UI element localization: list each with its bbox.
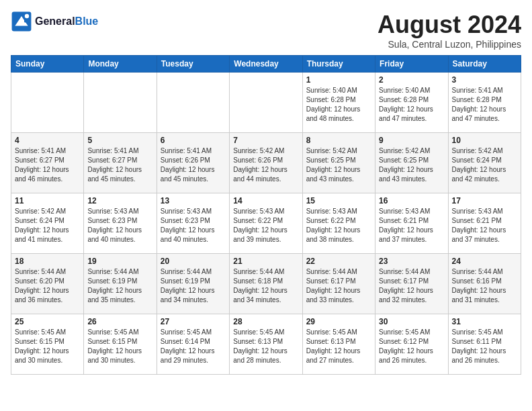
day-info: Sunrise: 5:45 AM Sunset: 6:13 PM Dayligh…	[306, 328, 371, 365]
day-info: Sunrise: 5:43 AM Sunset: 6:21 PM Dayligh…	[379, 207, 444, 244]
weekday-header-saturday: Saturday	[448, 56, 521, 73]
day-number: 1	[306, 75, 371, 85]
day-info: Sunrise: 5:42 AM Sunset: 6:25 PM Dayligh…	[379, 146, 444, 184]
calendar-cell: 13Sunrise: 5:43 AM Sunset: 6:23 PM Dayli…	[157, 193, 229, 254]
calendar-cell: 15Sunrise: 5:43 AM Sunset: 6:22 PM Dayli…	[302, 193, 375, 254]
day-number: 16	[379, 196, 444, 205]
day-info: Sunrise: 5:45 AM Sunset: 6:15 PM Dayligh…	[87, 328, 152, 365]
day-info: Sunrise: 5:45 AM Sunset: 6:12 PM Dayligh…	[379, 328, 444, 365]
weekday-header-monday: Monday	[84, 56, 157, 73]
day-number: 13	[161, 196, 226, 205]
weekday-header-friday: Friday	[375, 56, 448, 73]
day-number: 29	[306, 317, 371, 326]
day-number: 18	[15, 257, 80, 266]
calendar-cell: 9Sunrise: 5:42 AM Sunset: 6:25 PM Daylig…	[375, 133, 448, 193]
day-info: Sunrise: 5:44 AM Sunset: 6:19 PM Dayligh…	[87, 267, 152, 305]
calendar-cell: 12Sunrise: 5:43 AM Sunset: 6:23 PM Dayli…	[84, 193, 157, 254]
weekday-header-thursday: Thursday	[302, 56, 375, 73]
day-info: Sunrise: 5:41 AM Sunset: 6:26 PM Dayligh…	[161, 146, 226, 184]
day-info: Sunrise: 5:44 AM Sunset: 6:17 PM Dayligh…	[379, 267, 444, 305]
day-info: Sunrise: 5:42 AM Sunset: 6:24 PM Dayligh…	[15, 207, 80, 244]
calendar-cell	[230, 73, 302, 133]
calendar-cell: 14Sunrise: 5:43 AM Sunset: 6:22 PM Dayli…	[230, 193, 302, 254]
day-number: 11	[15, 196, 80, 205]
day-number: 27	[161, 317, 226, 326]
weekday-header-tuesday: Tuesday	[157, 56, 229, 73]
month-title: August 2024	[378, 11, 521, 39]
day-info: Sunrise: 5:41 AM Sunset: 6:27 PM Dayligh…	[87, 146, 152, 184]
day-number: 30	[379, 317, 444, 326]
calendar-cell: 10Sunrise: 5:42 AM Sunset: 6:24 PM Dayli…	[448, 133, 521, 193]
day-number: 14	[233, 196, 298, 205]
calendar-cell: 8Sunrise: 5:42 AM Sunset: 6:25 PM Daylig…	[302, 133, 375, 193]
day-number: 4	[15, 136, 80, 145]
day-number: 3	[452, 75, 517, 85]
day-number: 21	[233, 257, 298, 266]
day-info: Sunrise: 5:44 AM Sunset: 6:19 PM Dayligh…	[161, 267, 226, 305]
logo-text: GeneralBlue	[35, 15, 98, 28]
day-info: Sunrise: 5:43 AM Sunset: 6:22 PM Dayligh…	[306, 207, 371, 244]
day-info: Sunrise: 5:43 AM Sunset: 6:22 PM Dayligh…	[233, 207, 298, 244]
day-info: Sunrise: 5:44 AM Sunset: 6:18 PM Dayligh…	[233, 267, 298, 305]
calendar-cell: 19Sunrise: 5:44 AM Sunset: 6:19 PM Dayli…	[84, 254, 157, 314]
day-info: Sunrise: 5:45 AM Sunset: 6:15 PM Dayligh…	[15, 328, 80, 365]
day-info: Sunrise: 5:41 AM Sunset: 6:27 PM Dayligh…	[15, 146, 80, 184]
day-info: Sunrise: 5:44 AM Sunset: 6:20 PM Dayligh…	[15, 267, 80, 305]
calendar-cell: 23Sunrise: 5:44 AM Sunset: 6:17 PM Dayli…	[375, 254, 448, 314]
day-info: Sunrise: 5:40 AM Sunset: 6:28 PM Dayligh…	[379, 86, 444, 124]
day-number: 5	[87, 136, 152, 145]
day-number: 28	[233, 317, 298, 326]
calendar-cell: 1Sunrise: 5:40 AM Sunset: 6:28 PM Daylig…	[302, 73, 375, 133]
day-number: 19	[87, 257, 152, 266]
calendar-cell: 30Sunrise: 5:45 AM Sunset: 6:12 PM Dayli…	[375, 314, 448, 375]
calendar-cell: 2Sunrise: 5:40 AM Sunset: 6:28 PM Daylig…	[375, 73, 448, 133]
calendar-cell: 4Sunrise: 5:41 AM Sunset: 6:27 PM Daylig…	[11, 133, 84, 193]
calendar-cell: 5Sunrise: 5:41 AM Sunset: 6:27 PM Daylig…	[84, 133, 157, 193]
day-number: 25	[15, 317, 80, 326]
calendar-cell	[11, 73, 84, 133]
day-info: Sunrise: 5:43 AM Sunset: 6:21 PM Dayligh…	[452, 207, 517, 244]
page-header: GeneralBlue August 2024 Sula, Central Lu…	[11, 11, 521, 50]
calendar-cell: 27Sunrise: 5:45 AM Sunset: 6:14 PM Dayli…	[157, 314, 229, 375]
weekday-header-wednesday: Wednesday	[230, 56, 302, 73]
day-number: 12	[87, 196, 152, 205]
day-info: Sunrise: 5:41 AM Sunset: 6:28 PM Dayligh…	[452, 86, 517, 124]
calendar-cell: 6Sunrise: 5:41 AM Sunset: 6:26 PM Daylig…	[157, 133, 229, 193]
day-number: 15	[306, 196, 371, 205]
day-info: Sunrise: 5:44 AM Sunset: 6:16 PM Dayligh…	[452, 267, 517, 305]
day-number: 7	[233, 136, 298, 145]
weekday-header-sunday: Sunday	[11, 56, 84, 73]
day-number: 6	[161, 136, 226, 145]
svg-point-3	[25, 14, 29, 18]
day-info: Sunrise: 5:43 AM Sunset: 6:23 PM Dayligh…	[161, 207, 226, 244]
day-info: Sunrise: 5:43 AM Sunset: 6:23 PM Dayligh…	[87, 207, 152, 244]
calendar-cell: 24Sunrise: 5:44 AM Sunset: 6:16 PM Dayli…	[448, 254, 521, 314]
calendar-table: SundayMondayTuesdayWednesdayThursdayFrid…	[11, 55, 521, 375]
day-number: 10	[452, 136, 517, 145]
day-number: 9	[379, 136, 444, 145]
calendar-cell: 26Sunrise: 5:45 AM Sunset: 6:15 PM Dayli…	[84, 314, 157, 375]
day-number: 31	[452, 317, 517, 326]
calendar-cell: 25Sunrise: 5:45 AM Sunset: 6:15 PM Dayli…	[11, 314, 84, 375]
calendar-cell: 29Sunrise: 5:45 AM Sunset: 6:13 PM Dayli…	[302, 314, 375, 375]
calendar-cell: 17Sunrise: 5:43 AM Sunset: 6:21 PM Dayli…	[448, 193, 521, 254]
calendar-cell: 20Sunrise: 5:44 AM Sunset: 6:19 PM Dayli…	[157, 254, 229, 314]
calendar-cell: 31Sunrise: 5:45 AM Sunset: 6:11 PM Dayli…	[448, 314, 521, 375]
day-number: 22	[306, 257, 371, 266]
calendar-cell: 21Sunrise: 5:44 AM Sunset: 6:18 PM Dayli…	[230, 254, 302, 314]
calendar-cell: 3Sunrise: 5:41 AM Sunset: 6:28 PM Daylig…	[448, 73, 521, 133]
logo: GeneralBlue	[11, 11, 98, 32]
day-info: Sunrise: 5:42 AM Sunset: 6:25 PM Dayligh…	[306, 146, 371, 184]
calendar-cell: 11Sunrise: 5:42 AM Sunset: 6:24 PM Dayli…	[11, 193, 84, 254]
day-number: 26	[87, 317, 152, 326]
day-info: Sunrise: 5:45 AM Sunset: 6:11 PM Dayligh…	[452, 328, 517, 365]
day-number: 17	[452, 196, 517, 205]
day-number: 20	[161, 257, 226, 266]
day-info: Sunrise: 5:45 AM Sunset: 6:14 PM Dayligh…	[161, 328, 226, 365]
calendar-cell: 16Sunrise: 5:43 AM Sunset: 6:21 PM Dayli…	[375, 193, 448, 254]
day-number: 24	[452, 257, 517, 266]
logo-icon	[11, 11, 32, 32]
calendar-cell	[157, 73, 229, 133]
day-number: 2	[379, 75, 444, 85]
day-info: Sunrise: 5:42 AM Sunset: 6:26 PM Dayligh…	[233, 146, 298, 184]
